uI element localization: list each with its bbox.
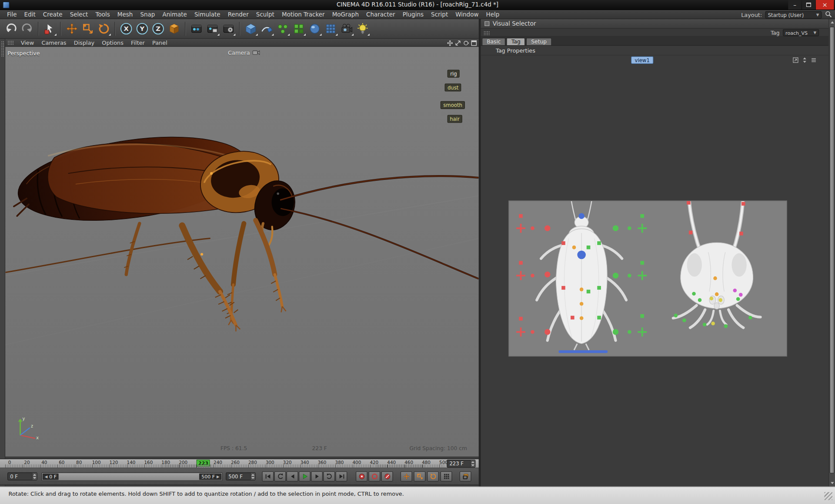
viewport-menu-view[interactable]: View	[17, 40, 38, 46]
selector-marker[interactable]	[687, 201, 691, 205]
selector-marker[interactable]	[638, 224, 647, 233]
selector-marker[interactable]	[628, 274, 631, 278]
zoom-view-icon[interactable]	[454, 40, 461, 46]
stepper-icon[interactable]	[32, 473, 37, 480]
viewport-canvas[interactable]: Perspective Camera rigdustsmoothhair FPS…	[5, 47, 479, 457]
panel-menu-icon[interactable]	[810, 56, 817, 63]
selector-marker[interactable]	[638, 271, 647, 280]
scale-tool-icon[interactable]	[80, 21, 95, 36]
search-icon[interactable]	[825, 10, 832, 19]
undo-icon[interactable]	[4, 21, 19, 36]
selector-marker[interactable]	[544, 225, 550, 231]
current-frame-field[interactable]: 223 F	[447, 460, 475, 468]
menu-help[interactable]: Help	[482, 10, 503, 18]
selector-marker[interactable]	[561, 241, 565, 245]
selector-marker[interactable]	[516, 224, 525, 233]
range-start-field[interactable]: 0 F	[7, 472, 37, 480]
timeline-ruler[interactable]: 0204060801001201401601802002202402602803…	[0, 459, 479, 468]
selector-marker[interactable]	[711, 322, 715, 325]
selector-marker[interactable]	[519, 261, 523, 265]
selector-marker[interactable]	[733, 288, 737, 292]
selector-marker[interactable]	[577, 251, 586, 259]
selector-marker[interactable]	[544, 329, 550, 335]
range-end-field[interactable]: 500 F	[226, 472, 256, 480]
selector-marker[interactable]	[739, 293, 743, 297]
viewport-menu-options[interactable]: Options	[98, 40, 127, 46]
selector-marker[interactable]	[578, 213, 584, 219]
selector-marker[interactable]	[544, 272, 550, 277]
render-view-icon[interactable]	[189, 21, 204, 36]
scrollbar-thumb[interactable]	[830, 27, 835, 474]
left-palette-strip[interactable]	[0, 39, 5, 486]
selector-marker[interactable]	[674, 314, 678, 318]
selector-marker[interactable]	[597, 241, 601, 245]
goto-end-button[interactable]	[335, 471, 347, 481]
menu-mograph[interactable]: MoGraph	[328, 10, 362, 18]
selector-marker[interactable]	[640, 214, 644, 218]
record-keyframe-button[interactable]	[356, 471, 367, 481]
x-axis-lock-icon[interactable]: X	[119, 21, 134, 36]
scroll-up-icon[interactable]	[830, 20, 835, 25]
viewport-menu-panel[interactable]: Panel	[148, 40, 171, 46]
selector-marker[interactable]	[682, 318, 686, 322]
selector-marker[interactable]	[713, 276, 717, 280]
add-array-icon[interactable]	[323, 21, 338, 36]
viewport-menu-cameras[interactable]: Cameras	[38, 40, 70, 46]
tag-properties-section[interactable]: Tag Properties	[481, 46, 829, 55]
selector-marker[interactable]	[703, 323, 707, 327]
selector-marker[interactable]	[628, 330, 631, 334]
animation-palette-button[interactable]	[460, 471, 471, 481]
selector-marker[interactable]	[748, 316, 752, 320]
add-light-icon[interactable]	[355, 21, 370, 36]
selector-marker[interactable]	[519, 317, 523, 321]
selector-marker[interactable]	[692, 292, 696, 296]
record-rotation-button[interactable]	[427, 471, 439, 481]
viewport-menu-display[interactable]: Display	[70, 40, 98, 46]
next-frame-button[interactable]	[311, 471, 323, 481]
menu-edit[interactable]: Edit	[20, 10, 39, 18]
maximize-button[interactable]	[802, 0, 815, 10]
menu-mesh[interactable]: Mesh	[114, 10, 137, 18]
add-camera-icon[interactable]	[339, 21, 354, 36]
cockroach-model[interactable]	[5, 47, 479, 457]
y-axis-lock-icon[interactable]: Y	[135, 21, 150, 36]
range-slider-left-handle[interactable]: ◀ 0 F	[43, 473, 59, 480]
panel-title-row[interactable]: Visual Selector	[481, 19, 829, 29]
tab-setup[interactable]: Setup	[526, 38, 551, 45]
selector-marker[interactable]	[519, 214, 523, 218]
coordinate-system-icon[interactable]	[167, 21, 181, 36]
add-mograph-icon[interactable]	[291, 21, 306, 36]
tab-tag[interactable]: Tag	[507, 38, 525, 45]
selector-marker[interactable]	[638, 328, 647, 337]
selector-marker[interactable]	[736, 297, 740, 301]
panel-scroll-icon[interactable]	[801, 56, 808, 63]
selector-marker[interactable]	[718, 298, 722, 302]
render-settings-icon[interactable]	[221, 21, 236, 36]
drag-handle-icon[interactable]	[7, 40, 14, 45]
prev-frame-button[interactable]	[287, 471, 298, 481]
add-cube-icon[interactable]	[244, 21, 258, 36]
selector-marker[interactable]	[739, 232, 743, 235]
menu-create[interactable]: Create	[39, 10, 66, 18]
selector-marker[interactable]	[558, 350, 608, 353]
selector-marker[interactable]	[597, 286, 601, 290]
selector-marker[interactable]	[587, 290, 591, 294]
hud-item-dust[interactable]: dust	[445, 83, 461, 91]
menu-character[interactable]: Character	[362, 10, 399, 18]
hud-item-hair[interactable]: hair	[447, 115, 462, 123]
record-position-button[interactable]	[401, 471, 412, 481]
selector-marker[interactable]	[613, 329, 618, 335]
menu-motion-tracker[interactable]: Motion Tracker	[278, 10, 328, 18]
menu-select[interactable]: Select	[66, 10, 92, 18]
resize-grip-icon[interactable]	[825, 492, 832, 500]
selector-marker[interactable]	[572, 245, 576, 249]
selector-marker[interactable]	[531, 226, 534, 230]
menu-simulate[interactable]: Simulate	[190, 10, 224, 18]
rotate-view-icon[interactable]	[462, 40, 469, 46]
selector-marker[interactable]	[587, 245, 591, 249]
z-axis-lock-icon[interactable]: Z	[151, 21, 166, 36]
menu-file[interactable]: File	[3, 10, 20, 18]
goto-prev-key-button[interactable]	[274, 471, 286, 481]
menu-plugins[interactable]: Plugins	[399, 10, 427, 18]
hud-item-rig[interactable]: rig	[448, 70, 460, 77]
